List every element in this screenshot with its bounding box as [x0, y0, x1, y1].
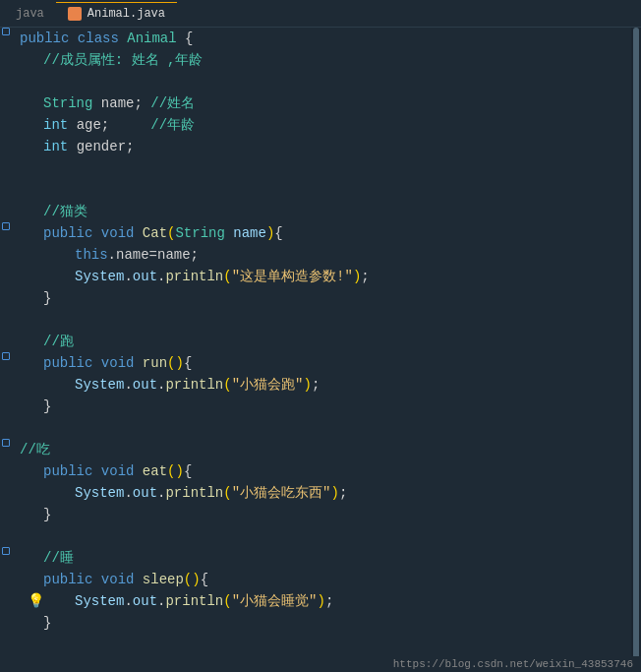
- code-line-11: this.name=name;: [20, 244, 623, 266]
- code-line-5: int age; //年龄: [20, 114, 623, 136]
- fold-marker-4[interactable]: [2, 439, 10, 447]
- code-line-14: [20, 309, 623, 331]
- code-line-16: public void run(){: [20, 352, 623, 374]
- code-line-2: //成员属性: 姓名 ,年龄: [20, 49, 623, 71]
- code-line-20: //吃: [20, 439, 623, 460]
- code-line-13: }: [20, 287, 623, 309]
- code-line-3: [20, 71, 623, 92]
- tab-animal-label: Animal.java: [87, 7, 165, 21]
- code-line-4: String name; //姓名: [20, 92, 623, 114]
- code-line-22: System.out.println("小猫会吃东西");: [20, 482, 623, 504]
- code-line-6: int gender;: [20, 136, 623, 157]
- code-line-7: [20, 157, 623, 179]
- tab-animal[interactable]: Animal.java: [56, 2, 177, 25]
- vertical-scrollbar[interactable]: [631, 28, 641, 672]
- fold-marker-1[interactable]: [2, 28, 10, 35]
- code-line-18: }: [20, 396, 623, 417]
- tab-java[interactable]: java: [4, 3, 56, 25]
- fold-marker-2[interactable]: [2, 222, 10, 230]
- code-gutter: [0, 28, 12, 672]
- code-line-28: }: [20, 612, 623, 634]
- code-line-23: }: [20, 504, 623, 525]
- lightbulb-icon: 💡: [28, 590, 43, 606]
- tab-java-label: java: [16, 7, 44, 21]
- fold-marker-3[interactable]: [2, 352, 10, 360]
- code-line-17: System.out.println("小猫会跑");: [20, 374, 623, 396]
- scrollbar-thumb[interactable]: [633, 28, 639, 672]
- code-line-8: [20, 179, 623, 201]
- code-area: public class Animal { //成员属性: 姓名 ,年龄 Str…: [0, 28, 641, 672]
- code-line-9: //猫类: [20, 201, 623, 222]
- tab-bar: java Animal.java: [0, 0, 641, 28]
- code-line-27: 💡 System.out.println("小猫会睡觉");: [20, 590, 623, 612]
- code-line-12: System.out.println("这是单构造参数!");: [20, 266, 623, 287]
- code-line-21: public void eat(){: [20, 460, 623, 482]
- code-line-19: [20, 417, 623, 439]
- code-line-10: public void Cat(String name){: [20, 222, 623, 244]
- footer-url: https://blog.csdn.net/weixin_43853746: [385, 656, 641, 672]
- java-file-icon: [68, 7, 82, 21]
- code-editor[interactable]: public class Animal { //成员属性: 姓名 ,年龄 Str…: [12, 28, 631, 672]
- code-line-25: //睡: [20, 547, 623, 569]
- code-line-26: public void sleep(){: [20, 569, 623, 590]
- code-line-15: //跑: [20, 331, 623, 352]
- code-line-1: public class Animal {: [20, 28, 623, 49]
- fold-marker-5[interactable]: [2, 547, 10, 555]
- code-line-24: [20, 525, 623, 547]
